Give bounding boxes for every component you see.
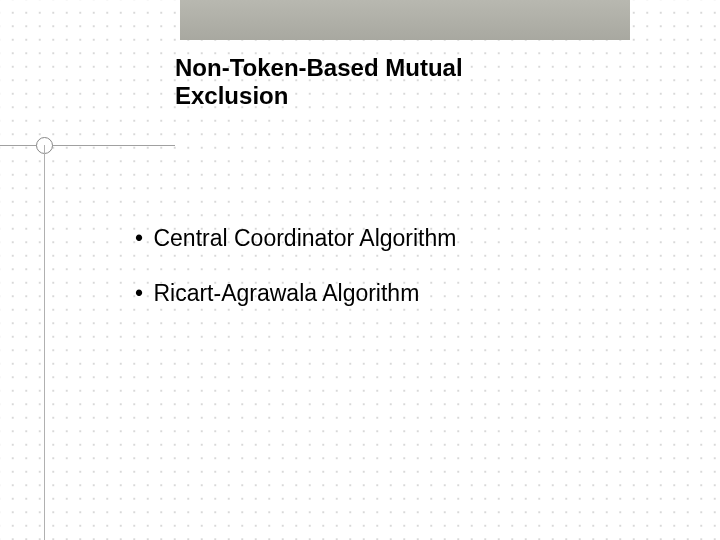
list-item: • Central Coordinator Algorithm (135, 225, 655, 252)
slide-title-container: Non-Token-Based Mutual Exclusion (175, 54, 535, 109)
top-accent-band (180, 0, 630, 40)
slide-content: • Central Coordinator Algorithm • Ricart… (135, 225, 655, 335)
list-item-text: Central Coordinator Algorithm (153, 225, 456, 251)
slide-title: Non-Token-Based Mutual Exclusion (175, 54, 535, 109)
list-item-text: Ricart-Agrawala Algorithm (153, 280, 419, 306)
list-item: • Ricart-Agrawala Algorithm (135, 280, 655, 307)
bullet-icon: • (135, 280, 143, 307)
horizontal-divider (0, 145, 175, 146)
vertical-margin-line (44, 145, 45, 540)
bullet-icon: • (135, 225, 143, 252)
